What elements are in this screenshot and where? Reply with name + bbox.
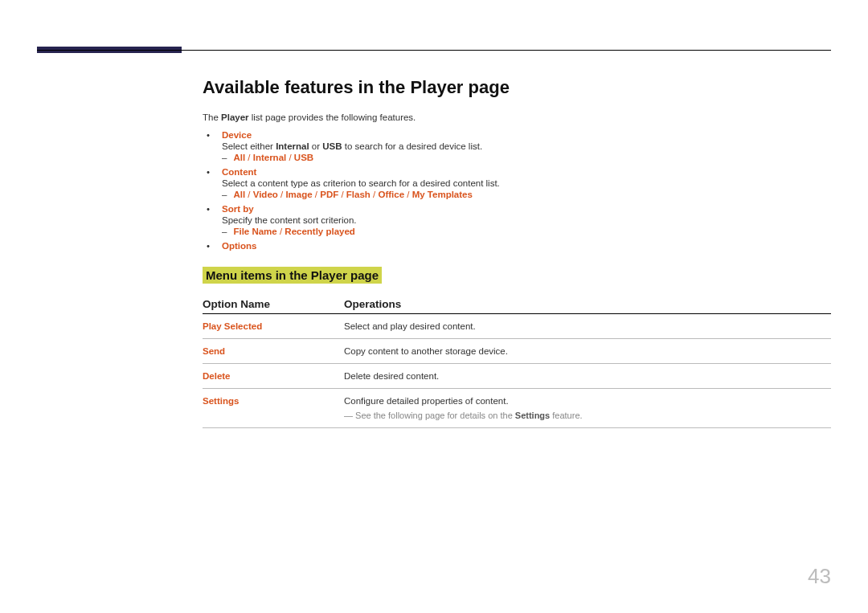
feature-item: • Options bbox=[203, 241, 831, 251]
content-area: Available features in the Player page Th… bbox=[203, 77, 831, 428]
feature-sub: – File Name / Recently played bbox=[222, 227, 831, 236]
bullet-icon: • bbox=[203, 241, 214, 251]
table-header: Option Name Operations bbox=[203, 298, 831, 314]
header-rule bbox=[37, 50, 831, 51]
cell-option-name: Delete bbox=[203, 371, 344, 381]
col-operations: Operations bbox=[344, 298, 831, 310]
feature-desc: Specify the content sort criterion. bbox=[222, 215, 831, 225]
cell-operations: Select and play desired content. bbox=[344, 321, 831, 331]
cell-option-name: Settings bbox=[203, 396, 344, 406]
feature-name: Sort by bbox=[222, 204, 254, 214]
feature-item: • Device Select either Internal or USB t… bbox=[203, 130, 831, 162]
feature-sub: – All / Video / Image / PDF / Flash / Of… bbox=[222, 190, 831, 199]
table-row: Settings Configure detailed properties o… bbox=[203, 389, 831, 428]
col-option-name: Option Name bbox=[203, 298, 344, 310]
settings-note: ― See the following page for details on … bbox=[344, 411, 831, 420]
cell-operations: Delete desired content. bbox=[344, 371, 831, 381]
cell-option-name: Play Selected bbox=[203, 321, 344, 331]
subheading: Menu items in the Player page bbox=[203, 267, 382, 284]
feature-sub: – All / Internal / USB bbox=[222, 153, 831, 162]
cell-option-name: Send bbox=[203, 346, 344, 356]
feature-item: • Sort by Specify the content sort crite… bbox=[203, 204, 831, 236]
cell-operations: Copy content to another storage device. bbox=[344, 346, 831, 356]
feature-item: • Content Select a content type as crite… bbox=[203, 167, 831, 199]
dash-icon: – bbox=[222, 153, 227, 162]
bullet-icon: • bbox=[203, 204, 214, 214]
bullet-icon: • bbox=[203, 130, 214, 140]
table-row: Send Copy content to another storage dev… bbox=[203, 339, 831, 364]
page-number: 43 bbox=[808, 564, 831, 589]
dash-icon: – bbox=[222, 190, 227, 199]
feature-name: Options bbox=[222, 241, 256, 251]
page-heading: Available features in the Player page bbox=[203, 77, 831, 98]
bullet-icon: • bbox=[203, 167, 214, 177]
dash-icon: – bbox=[222, 227, 227, 236]
feature-list: • Device Select either Internal or USB t… bbox=[203, 130, 831, 251]
table-row: Play Selected Select and play desired co… bbox=[203, 314, 831, 339]
intro-text: The Player list page provides the follow… bbox=[203, 112, 831, 122]
feature-desc: Select either Internal or USB to search … bbox=[222, 141, 831, 151]
table-row: Delete Delete desired content. bbox=[203, 364, 831, 389]
cell-operations: Configure detailed properties of content… bbox=[344, 396, 831, 420]
feature-name: Content bbox=[222, 167, 256, 177]
feature-name: Device bbox=[222, 130, 252, 140]
feature-desc: Select a content type as criterion to se… bbox=[222, 178, 831, 188]
options-table: Option Name Operations Play Selected Sel… bbox=[203, 298, 831, 428]
